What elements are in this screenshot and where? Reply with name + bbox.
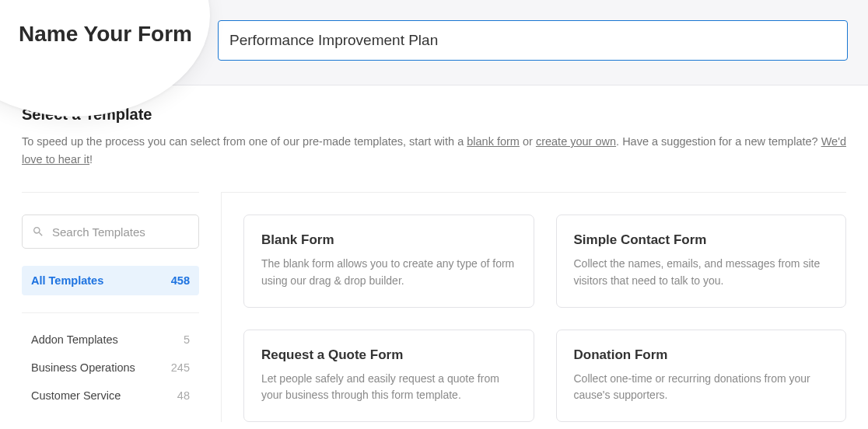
desc-text: . Have a suggestion for a new template? xyxy=(616,135,821,148)
template-grid: Blank Form The blank form allows you to … xyxy=(243,214,846,422)
category-all-templates[interactable]: All Templates 458 xyxy=(22,266,199,295)
category-count: 48 xyxy=(177,389,190,402)
desc-text: or xyxy=(520,135,536,148)
blank-form-link[interactable]: blank form xyxy=(467,135,520,148)
create-your-own-link[interactable]: create your own xyxy=(536,135,616,148)
template-search[interactable] xyxy=(22,214,199,249)
content: Select a Template To speed up the proces… xyxy=(0,85,868,422)
select-template-desc: To speed up the process you can select f… xyxy=(22,133,846,169)
select-template-heading: Select a Template xyxy=(22,106,846,124)
category-label: Customer Service xyxy=(31,389,121,402)
template-desc: Let people safely and easily request a q… xyxy=(261,371,516,404)
template-search-input[interactable] xyxy=(52,225,189,239)
divider xyxy=(22,312,199,313)
template-desc: Collect one-time or recurring donations … xyxy=(574,371,829,404)
category-customer-service[interactable]: Customer Service 48 xyxy=(22,382,199,410)
category-count: 5 xyxy=(184,333,190,346)
category-count: 458 xyxy=(171,274,190,287)
template-title: Donation Form xyxy=(574,347,829,363)
template-title: Request a Quote Form xyxy=(261,347,516,363)
template-title: Simple Contact Form xyxy=(574,232,829,248)
template-card-request-a-quote-form[interactable]: Request a Quote Form Let people safely a… xyxy=(243,330,534,422)
category-business-operations[interactable]: Business Operations 245 xyxy=(22,354,199,382)
template-title: Blank Form xyxy=(261,232,516,248)
category-label: Business Operations xyxy=(31,361,135,374)
category-label: All Templates xyxy=(31,274,103,287)
desc-text: ! xyxy=(89,153,93,166)
layout: All Templates 458 Addon Templates 5 Busi… xyxy=(22,192,846,422)
top-bar: Name Your Form xyxy=(0,0,868,85)
form-name-input[interactable] xyxy=(219,21,847,60)
template-card-donation-form[interactable]: Donation Form Collect one-time or recurr… xyxy=(556,330,847,422)
category-addon-templates[interactable]: Addon Templates 5 xyxy=(22,326,199,354)
desc-text: To speed up the process you can select f… xyxy=(22,135,467,148)
cards-area: Blank Form The blank form allows you to … xyxy=(221,192,846,422)
template-card-simple-contact-form[interactable]: Simple Contact Form Collect the names, e… xyxy=(556,214,847,307)
template-card-blank-form[interactable]: Blank Form The blank form allows you to … xyxy=(243,214,534,307)
category-count: 245 xyxy=(171,361,190,374)
form-name-field-wrap[interactable] xyxy=(218,20,848,61)
template-desc: The blank form allows you to create any … xyxy=(261,256,516,289)
template-desc: Collect the names, emails, and messages … xyxy=(574,256,829,289)
search-icon xyxy=(32,225,44,238)
page-title: Name Your Form xyxy=(19,22,192,47)
sidebar: All Templates 458 Addon Templates 5 Busi… xyxy=(22,192,199,422)
category-label: Addon Templates xyxy=(31,333,118,346)
